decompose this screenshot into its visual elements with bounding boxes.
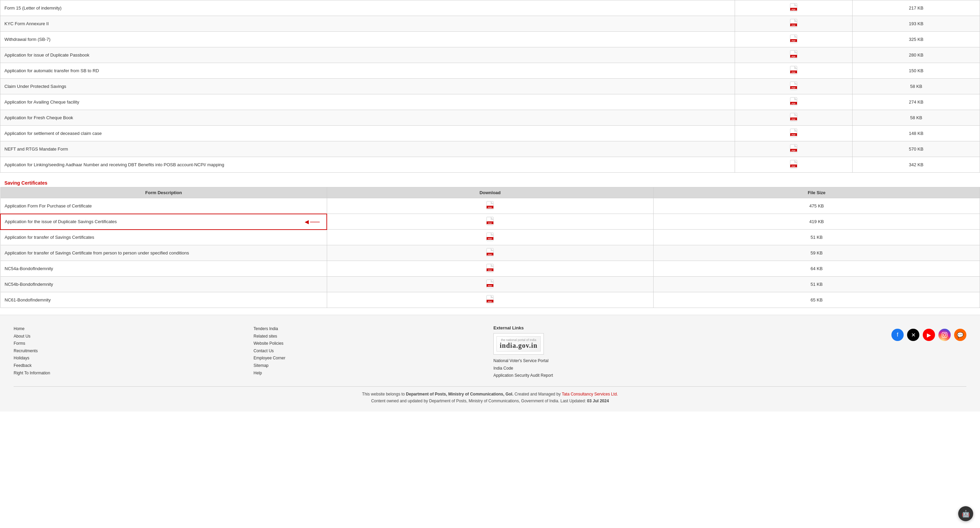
facebook-icon[interactable]: f — [891, 329, 904, 341]
download-cell[interactable]: PDF — [735, 79, 853, 94]
size-cell: 342 KB — [853, 157, 980, 173]
svg-text:PDF: PDF — [792, 103, 795, 105]
size-cell: 274 KB — [853, 94, 980, 110]
table-row: Application Form For Purchase of Certifi… — [0, 198, 980, 214]
svg-text:PDF: PDF — [488, 222, 492, 224]
download-cell[interactable]: PDF — [735, 110, 853, 126]
download-cell[interactable]: PDF — [327, 277, 653, 292]
footer-link[interactable]: Contact Us — [253, 347, 487, 355]
dept-name: Department of Posts, Ministry of Communi… — [406, 392, 513, 396]
row-desc: Application for the issue of Duplicate S… — [0, 214, 327, 230]
download-cell[interactable]: PDF ◄── — [327, 214, 653, 230]
svg-text:PDF: PDF — [792, 87, 795, 89]
footer-link[interactable]: Feedback — [14, 362, 247, 370]
table-row: Form 15 (Letter of indemnity) PDF 217 KB — [0, 0, 980, 16]
twitter-icon[interactable]: ✕ — [907, 329, 920, 341]
size-cell: 193 KB — [853, 16, 980, 32]
size-cell: 325 KB — [853, 32, 980, 47]
table-row: Claim Under Protected Savings PDF 58 KB — [0, 79, 980, 94]
row-desc: NC54a-BondofIndemnity — [0, 261, 327, 277]
row-desc: Application for settlement of deceased c… — [0, 126, 735, 142]
svg-text:PDF: PDF — [792, 8, 795, 11]
saving-table-header-row: Form Description Download File Size — [0, 188, 980, 198]
col-header-size: File Size — [653, 188, 980, 198]
footer-link[interactable]: Sitemap — [253, 362, 487, 370]
download-cell[interactable]: PDF — [327, 230, 653, 245]
footer-link[interactable]: Forms — [14, 340, 247, 347]
footer-link[interactable]: Right To Information — [14, 370, 247, 377]
instagram-icon[interactable] — [939, 329, 951, 341]
footer-link[interactable]: Recruitments — [14, 347, 247, 355]
svg-text:PDF: PDF — [792, 118, 795, 120]
footer-text1: This website belongs to — [362, 392, 405, 396]
size-cell: 64 KB — [653, 261, 980, 277]
download-cell[interactable]: PDF — [735, 16, 853, 32]
table-row: Application for Linking/seeding Aadhaar … — [0, 157, 980, 173]
table-row: KYC Form Annexure II PDF 193 KB — [0, 16, 980, 32]
footer-col-1: HomeAbout UsFormsRecruitmentsHolidaysFee… — [14, 325, 247, 380]
red-arrow-indicator: ◄── — [303, 218, 320, 226]
table-row: NC54a-BondofIndemnity PDF 64 KB — [0, 261, 980, 277]
table-row: Application for transfer of Savings Cert… — [0, 230, 980, 245]
youtube-icon[interactable]: ▶ — [923, 329, 935, 341]
footer-link[interactable]: Home — [14, 325, 247, 333]
row-desc: Application for transfer of Savings Cert… — [0, 230, 327, 245]
footer-text3: Content owned and updated by Department … — [371, 399, 586, 403]
footer-link[interactable]: Tenders India — [253, 325, 487, 333]
download-cell[interactable]: PDF — [327, 245, 653, 261]
size-cell: 570 KB — [853, 142, 980, 157]
table-row: Application for automatic transfer from … — [0, 63, 980, 79]
download-cell[interactable]: PDF — [735, 47, 853, 63]
footer-link[interactable]: Holidays — [14, 355, 247, 362]
download-cell[interactable]: PDF — [327, 261, 653, 277]
tcs-link[interactable]: Tata Consultancy Services Ltd. — [562, 392, 618, 396]
row-desc: Withdrawal form (SB-7) — [0, 32, 735, 47]
table-row: Application for the issue of Duplicate S… — [0, 214, 980, 230]
external-links-label: External Links — [493, 325, 727, 331]
section-title: Saving Certificates — [0, 176, 980, 188]
download-cell[interactable]: PDF — [735, 157, 853, 173]
india-code-link[interactable]: India Code — [493, 365, 727, 372]
svg-text:PDF: PDF — [488, 285, 492, 287]
download-cell[interactable]: PDF — [735, 126, 853, 142]
footer: HomeAbout UsFormsRecruitmentsHolidaysFee… — [0, 315, 980, 412]
svg-text:PDF: PDF — [792, 40, 795, 42]
download-cell[interactable]: PDF — [327, 292, 653, 308]
footer-col-2: Tenders IndiaRelated sitesWebsite Polici… — [253, 325, 487, 380]
svg-text:PDF: PDF — [488, 269, 492, 271]
chat-icon[interactable]: 💬 — [954, 329, 966, 341]
size-cell: 51 KB — [653, 230, 980, 245]
footer-link[interactable]: About Us — [14, 333, 247, 340]
svg-text:PDF: PDF — [792, 134, 795, 136]
size-cell: 475 KB — [653, 198, 980, 214]
size-cell: 65 KB — [653, 292, 980, 308]
row-desc: Application for Linking/seeding Aadhaar … — [0, 157, 735, 173]
download-cell[interactable]: PDF — [327, 198, 653, 214]
footer-link[interactable]: Help — [253, 370, 487, 377]
download-cell[interactable]: PDF — [735, 63, 853, 79]
voter-portal-link[interactable]: National Voter's Service Portal — [493, 357, 727, 365]
row-desc: Application for issue of Duplicate Passb… — [0, 47, 735, 63]
india-gov-box[interactable]: the national portal of India india.gov.i… — [493, 333, 544, 355]
svg-rect-54 — [942, 332, 947, 337]
footer-link[interactable]: Related sites — [253, 333, 487, 340]
audit-report-link[interactable]: Application Security Audit Report — [493, 372, 727, 380]
table-row: Application for Availing Cheque facility… — [0, 94, 980, 110]
svg-point-56 — [946, 333, 946, 334]
row-desc: Application Form For Purchase of Certifi… — [0, 198, 327, 214]
table-row: Application for Fresh Cheque Book PDF 58… — [0, 110, 980, 126]
table-row: Application for transfer of Savings Cert… — [0, 245, 980, 261]
social-icons-container: f ✕ ▶ 💬 — [733, 325, 966, 341]
footer-link[interactable]: Employee Corner — [253, 355, 487, 362]
row-desc: Application for automatic transfer from … — [0, 63, 735, 79]
footer-col-external: External Links the national portal of In… — [493, 325, 727, 380]
download-cell[interactable]: PDF — [735, 94, 853, 110]
download-cell[interactable]: PDF — [735, 0, 853, 16]
table-row: Application for settlement of deceased c… — [0, 126, 980, 142]
download-cell[interactable]: PDF — [735, 32, 853, 47]
svg-text:PDF: PDF — [488, 301, 492, 302]
col-header-desc: Form Description — [0, 188, 327, 198]
download-cell[interactable]: PDF — [735, 142, 853, 157]
svg-text:PDF: PDF — [792, 24, 795, 26]
footer-link[interactable]: Website Policies — [253, 340, 487, 347]
